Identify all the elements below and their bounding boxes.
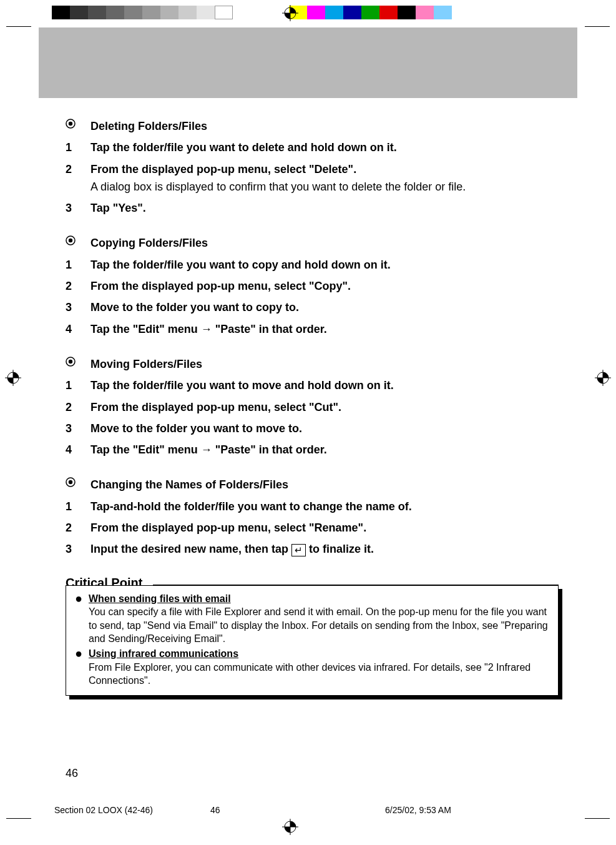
cp-item-body: You can specify a file with File Explore… [89, 606, 548, 644]
step-text: Tap the "Edit" menu → "Paste" in that or… [90, 442, 559, 457]
step-text: From the displayed pop-up menu, select "… [90, 400, 559, 415]
section-heading: Changing the Names of Folders/Files [66, 477, 559, 492]
crop-mark [6, 818, 31, 819]
critical-point-item: ●When sending files with emailYou can sp… [75, 592, 549, 646]
svg-point-17 [69, 360, 72, 363]
bullet-icon [66, 477, 90, 487]
heading-text: Moving Folders/Files [90, 357, 559, 372]
step-text: Tap the folder/file you want to copy and… [90, 257, 559, 272]
registration-mark-icon [282, 5, 298, 24]
header-band [39, 27, 577, 98]
heading-text: Copying Folders/Files [90, 235, 559, 250]
step-number: 4 [66, 442, 90, 457]
page-content: Deleting Folders/Files1Tap the folder/fi… [66, 119, 559, 696]
bullet-dot-icon: ● [75, 647, 89, 660]
step-number: 3 [66, 200, 90, 215]
footer-page: 46 [210, 805, 273, 815]
footer: Section 02 LOOX (42-46) 46 6/25/02, 9:53… [54, 805, 585, 815]
registration-mark-icon [595, 370, 611, 388]
step-number: 2 [66, 400, 90, 415]
step: 2From the displayed pop-up menu, select … [66, 162, 559, 195]
step: 4Tap the "Edit" menu → "Paste" in that o… [66, 442, 559, 457]
page-number: 46 [66, 767, 78, 780]
bullet-icon [66, 235, 90, 245]
registration-mark-icon [5, 370, 21, 388]
heading-text: Changing the Names of Folders/Files [90, 477, 559, 492]
enter-key-icon: ↵ [291, 544, 306, 556]
step-text: From the displayed pop-up menu, select "… [90, 162, 559, 195]
svg-point-15 [69, 239, 72, 242]
bullet-dot-icon: ● [75, 592, 89, 605]
section-heading: Deleting Folders/Files [66, 119, 559, 134]
critical-point-item: ●Using infrared communicationsFrom File … [75, 647, 549, 688]
step-text: Tap the folder/file you want to move and… [90, 378, 559, 393]
step-number: 4 [66, 322, 90, 337]
cp-item-body: From File Explorer, you can communicate … [89, 662, 530, 686]
step-number: 1 [66, 257, 90, 272]
step-number: 1 [66, 378, 90, 393]
bullet-icon [66, 119, 90, 129]
crop-mark [6, 26, 31, 27]
crop-mark [585, 818, 610, 819]
critical-point-box: ●When sending files with emailYou can sp… [66, 585, 559, 696]
step-text: Tap the folder/file you want to delete a… [90, 140, 559, 155]
step-number: 1 [66, 499, 90, 514]
footer-doc: Section 02 LOOX (42-46) [54, 805, 210, 815]
step-number: 1 [66, 140, 90, 155]
step-text: From the displayed pop-up menu, select "… [90, 279, 559, 294]
step: 1Tap the folder/file you want to move an… [66, 378, 559, 393]
step-text: Move to the folder you want to move to. [90, 421, 559, 436]
registration-mark-icon [282, 819, 298, 838]
step: 3Move to the folder you want to copy to. [66, 300, 559, 315]
step: 1Tap the folder/file you want to delete … [66, 140, 559, 155]
step-text: From the displayed pop-up menu, select "… [90, 520, 559, 535]
step: 2From the displayed pop-up menu, select … [66, 400, 559, 415]
step: 2From the displayed pop-up menu, select … [66, 520, 559, 535]
printer-color-bar [52, 6, 470, 19]
cp-item-title: Using infrared communications [89, 648, 238, 659]
step: 3Move to the folder you want to move to. [66, 421, 559, 436]
section-heading: Copying Folders/Files [66, 235, 559, 250]
step-number: 3 [66, 421, 90, 436]
crop-mark [585, 26, 610, 27]
step-text: Input the desired new name, then tap ↵ t… [90, 541, 559, 556]
bullet-icon [66, 357, 90, 367]
svg-point-19 [69, 480, 72, 484]
step-text: Move to the folder you want to copy to. [90, 300, 559, 315]
step: 4Tap the "Edit" menu → "Paste" in that o… [66, 322, 559, 337]
step-note: A dialog box is displayed to confirm tha… [90, 179, 559, 194]
step-text: Tap-and-hold the folder/file you want to… [90, 499, 559, 514]
step: 1Tap the folder/file you want to copy an… [66, 257, 559, 272]
step-text: Tap "Yes". [90, 200, 559, 215]
step-number: 2 [66, 520, 90, 535]
step-number: 3 [66, 300, 90, 315]
step: 1Tap-and-hold the folder/file you want t… [66, 499, 559, 514]
step-number: 2 [66, 279, 90, 294]
step: 3Tap "Yes". [66, 200, 559, 215]
step-number: 3 [66, 541, 90, 556]
footer-datetime: 6/25/02, 9:53 AM [273, 805, 585, 815]
step-text: Tap the "Edit" menu → "Paste" in that or… [90, 322, 559, 337]
step: 2From the displayed pop-up menu, select … [66, 279, 559, 294]
cp-item-title: When sending files with email [89, 593, 231, 604]
section-heading: Moving Folders/Files [66, 357, 559, 372]
heading-text: Deleting Folders/Files [90, 119, 559, 134]
step: 3Input the desired new name, then tap ↵ … [66, 541, 559, 556]
step-number: 2 [66, 162, 90, 177]
svg-point-13 [69, 122, 72, 126]
